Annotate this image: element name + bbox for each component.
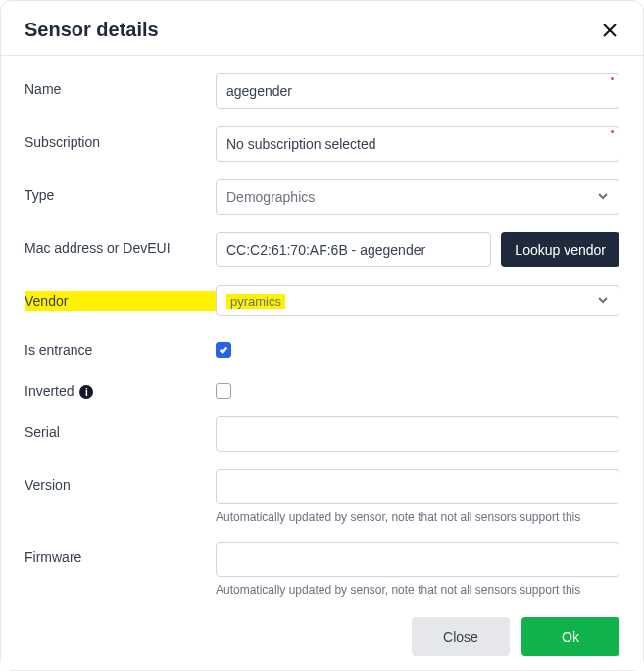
label-vendor: Vendor: [25, 285, 216, 311]
version-help-text: Automatically updated by sensor, note th…: [216, 510, 619, 524]
modal-footer: Close Ok: [1, 603, 643, 670]
firmware-help-text: Automatically updated by sensor, note th…: [216, 583, 619, 597]
vendor-value: pyramics: [226, 294, 285, 309]
modal-header: Sensor details: [1, 1, 643, 56]
close-button[interactable]: Close: [412, 617, 510, 656]
row-mac: Mac address or DevEUI Lookup vendor: [25, 232, 619, 267]
vendor-select[interactable]: pyramics: [216, 285, 619, 316]
required-indicator: [611, 130, 614, 133]
firmware-input[interactable]: [216, 542, 619, 577]
label-inverted: Inverted i: [25, 375, 216, 399]
close-icon[interactable]: [600, 21, 619, 40]
type-value: Demographics: [226, 189, 315, 205]
lookup-vendor-button[interactable]: Lookup vendor: [501, 232, 619, 267]
row-version: Version Automatically updated by sensor,…: [25, 469, 619, 524]
row-firmware: Firmware Automatically updated by sensor…: [25, 542, 619, 597]
label-serial: Serial: [25, 416, 216, 440]
required-indicator: [611, 77, 614, 80]
row-type: Type Demographics: [25, 179, 619, 215]
row-inverted: Inverted i: [25, 375, 619, 399]
chevron-down-icon: [597, 293, 609, 309]
row-serial: Serial: [25, 416, 619, 452]
label-is-entrance: Is entrance: [25, 334, 216, 358]
info-icon[interactable]: i: [79, 385, 93, 399]
is-entrance-checkbox[interactable]: [216, 342, 231, 358]
mac-input[interactable]: [216, 232, 491, 267]
row-vendor: Vendor pyramics: [25, 285, 619, 316]
type-select[interactable]: Demographics: [216, 179, 619, 215]
label-type: Type: [25, 179, 216, 203]
ok-button[interactable]: Ok: [521, 617, 619, 656]
subscription-select[interactable]: No subscription selected: [216, 126, 619, 162]
label-mac: Mac address or DevEUI: [25, 232, 216, 256]
serial-input[interactable]: [216, 416, 619, 452]
modal-body[interactable]: Name Subscription No subscription select…: [1, 56, 643, 603]
row-subscription: Subscription No subscription selected: [25, 126, 619, 162]
version-input[interactable]: [216, 469, 619, 504]
chevron-down-icon: [597, 189, 609, 205]
row-name: Name: [25, 73, 619, 109]
subscription-value: No subscription selected: [226, 136, 376, 152]
label-version: Version: [25, 469, 216, 493]
inverted-checkbox[interactable]: [216, 383, 231, 399]
name-input[interactable]: [216, 73, 619, 109]
sensor-details-modal: Sensor details Name Subscription No subs…: [0, 0, 644, 671]
row-is-entrance: Is entrance: [25, 334, 619, 358]
label-firmware: Firmware: [25, 542, 216, 565]
label-subscription: Subscription: [25, 126, 216, 150]
modal-title: Sensor details: [25, 19, 159, 41]
label-name: Name: [25, 73, 216, 97]
